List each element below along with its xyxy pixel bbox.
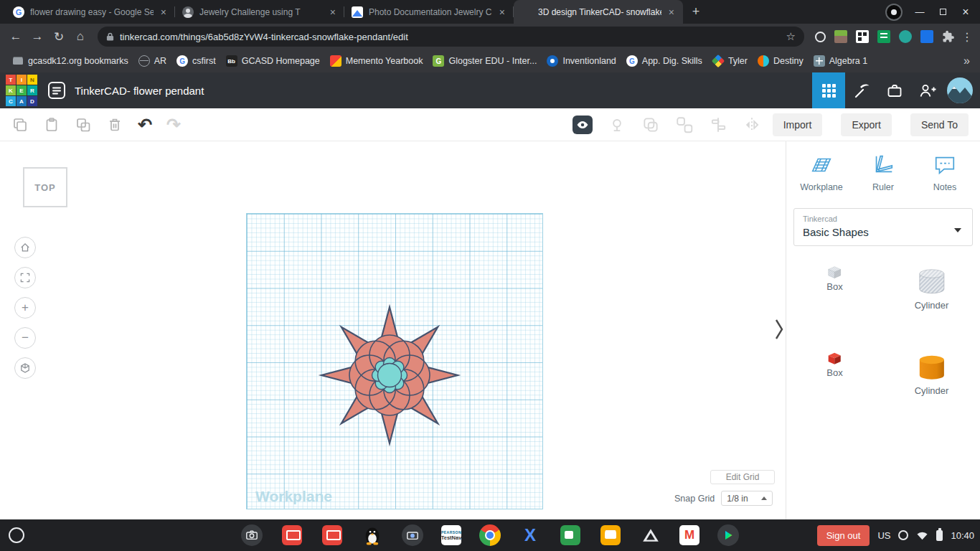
tool-workplane[interactable]: Workplane bbox=[791, 153, 852, 192]
tab-photo-documentation[interactable]: Photo Documentation Jewelry C × bbox=[344, 0, 514, 24]
perspective-button[interactable] bbox=[14, 357, 36, 379]
fit-view-button[interactable] bbox=[14, 267, 36, 288]
extensions-puzzle-icon[interactable] bbox=[942, 30, 955, 43]
bookmark-ar[interactable]: AR bbox=[133, 53, 171, 69]
x-app-icon[interactable]: X bbox=[519, 524, 542, 547]
shape-cylinder-striped[interactable]: Cylinder bbox=[915, 265, 949, 311]
wifi-icon[interactable] bbox=[916, 530, 928, 541]
bookmark-gcasd-homepage[interactable]: BbGCASD Homepage bbox=[221, 53, 325, 69]
profile-media-icon[interactable] bbox=[885, 4, 903, 21]
close-window-button[interactable]: × bbox=[960, 6, 971, 19]
red-app-icon-2[interactable] bbox=[321, 524, 344, 547]
extension-qr-icon[interactable] bbox=[856, 30, 869, 43]
back-button[interactable]: ← bbox=[6, 27, 26, 47]
red-app-icon-1[interactable] bbox=[281, 524, 303, 547]
shape-box-red[interactable]: Box bbox=[826, 351, 842, 397]
tinkercad-logo[interactable]: TIN KER CAD bbox=[6, 75, 37, 106]
bookmark-destiny[interactable]: Destiny bbox=[753, 53, 809, 69]
user-avatar[interactable] bbox=[947, 77, 973, 103]
mirror-icon[interactable] bbox=[743, 116, 761, 134]
keyboard-layout-label[interactable]: US bbox=[877, 530, 890, 541]
shape-library-dropdown[interactable]: Tinkercad Basic Shapes bbox=[793, 208, 973, 246]
send-to-button[interactable]: Send To bbox=[910, 113, 969, 136]
status-tray[interactable]: Sign out US 10:40 bbox=[817, 519, 974, 551]
camera-app-icon[interactable] bbox=[240, 524, 263, 547]
tab-tinkercad-active[interactable]: 3D design TinkerCAD- snowflake × bbox=[514, 0, 683, 24]
shape-cylinder-orange[interactable]: Cylinder bbox=[915, 351, 949, 397]
bookmark-tyler[interactable]: Tyler bbox=[707, 53, 753, 69]
tab-google-search[interactable]: G flower drawing easy - Google Se × bbox=[6, 0, 175, 24]
tab-jewelry-challenge[interactable]: Jewelry Challenge using T × bbox=[175, 0, 344, 24]
delete-icon[interactable] bbox=[106, 116, 123, 133]
battery-icon[interactable] bbox=[936, 530, 943, 541]
home-view-button[interactable] bbox=[14, 237, 36, 258]
bookmark-folder[interactable]: gcasdk12.org bookmarks bbox=[7, 53, 133, 69]
zoom-out-button[interactable]: − bbox=[14, 327, 36, 349]
testnav-app-icon[interactable]: PEARSON TestNav bbox=[441, 525, 461, 545]
ungroup-icon[interactable] bbox=[675, 116, 694, 134]
bookmark-memento-yearbook[interactable]: Memento Yearbook bbox=[325, 53, 428, 69]
pickaxe-button[interactable] bbox=[845, 72, 878, 108]
paste-icon[interactable] bbox=[43, 116, 60, 133]
tab-close-icon[interactable]: × bbox=[329, 6, 337, 18]
chrome-app-icon[interactable] bbox=[479, 524, 501, 547]
launcher-button[interactable] bbox=[9, 527, 24, 543]
extension-blue-icon[interactable] bbox=[920, 30, 933, 43]
play-store-app-icon[interactable] bbox=[717, 524, 740, 547]
flower-pendant-model[interactable] bbox=[307, 293, 472, 458]
files-app-icon[interactable] bbox=[599, 524, 622, 547]
undo-button[interactable]: ↶ bbox=[138, 116, 152, 133]
edit-grid-button[interactable]: Edit Grid bbox=[710, 470, 775, 484]
add-user-button[interactable] bbox=[911, 72, 944, 108]
copy-icon[interactable] bbox=[11, 116, 29, 133]
align-icon[interactable] bbox=[709, 116, 727, 134]
shape-box-striped[interactable]: Box bbox=[826, 265, 842, 311]
export-button[interactable]: Export bbox=[841, 113, 891, 136]
bookmark-star-icon[interactable]: ☆ bbox=[786, 30, 796, 43]
tool-notes[interactable]: Notes bbox=[914, 153, 976, 192]
apps-grid-button[interactable] bbox=[812, 72, 845, 108]
redo-button[interactable]: ↷ bbox=[166, 116, 181, 133]
extension-teal-icon[interactable] bbox=[899, 30, 912, 43]
minimize-button[interactable]: — bbox=[914, 6, 925, 17]
forward-button[interactable]: → bbox=[27, 27, 47, 47]
triangle-app-icon[interactable] bbox=[639, 524, 662, 547]
green-app-icon[interactable] bbox=[559, 524, 582, 547]
gmail-app-icon[interactable]: M bbox=[679, 525, 699, 545]
maximize-button[interactable] bbox=[937, 9, 948, 15]
extension-sheets-icon[interactable] bbox=[877, 30, 890, 43]
notification-ring-icon[interactable] bbox=[898, 530, 908, 540]
extension-minecraft-icon[interactable] bbox=[834, 30, 847, 43]
bookmark-csfirst[interactable]: Gcsfirst bbox=[171, 53, 221, 69]
tab-close-icon[interactable]: × bbox=[667, 6, 676, 18]
snap-grid-dropdown[interactable]: 1/8 in bbox=[721, 491, 773, 506]
browser-menu-icon[interactable]: ⋮ bbox=[960, 30, 974, 44]
sign-out-button[interactable]: Sign out bbox=[817, 525, 870, 546]
duplicate-icon[interactable] bbox=[75, 116, 92, 133]
group-icon[interactable] bbox=[641, 116, 660, 134]
view-cube[interactable]: TOP bbox=[23, 167, 67, 207]
bookmark-algebra[interactable]: Algebra 1 bbox=[809, 53, 873, 69]
tab-close-icon[interactable]: × bbox=[498, 6, 507, 18]
reload-button[interactable]: ↻ bbox=[49, 27, 69, 47]
bookmark-glogster[interactable]: GGlogster EDU - Inter... bbox=[428, 53, 542, 69]
screen-capture-app-icon[interactable] bbox=[401, 524, 424, 547]
zoom-in-button[interactable]: + bbox=[14, 297, 36, 319]
address-bar[interactable]: tinkercad.com/things/6ab5d8zYvW4-tinkerc… bbox=[98, 27, 804, 47]
home-button[interactable]: ⌂ bbox=[70, 27, 90, 47]
tab-close-icon[interactable]: × bbox=[159, 6, 168, 18]
clock-label[interactable]: 10:40 bbox=[951, 530, 974, 541]
notes-visibility-button[interactable] bbox=[573, 116, 593, 134]
design-list-icon[interactable] bbox=[47, 81, 66, 100]
show-all-icon[interactable] bbox=[608, 116, 626, 134]
extension-ring-icon[interactable] bbox=[815, 32, 826, 42]
3d-canvas[interactable]: TOP + − Workplane bbox=[0, 141, 786, 519]
bookmark-app-dig-skills[interactable]: GApp. Dig. Skills bbox=[621, 53, 707, 69]
collapse-panel-chevron[interactable] bbox=[774, 318, 784, 341]
briefcase-button[interactable] bbox=[878, 72, 911, 108]
url-text[interactable]: tinkercad.com/things/6ab5d8zYvW4-tinkerc… bbox=[120, 32, 781, 42]
tool-ruler[interactable]: Ruler bbox=[852, 153, 914, 192]
import-button[interactable]: Import bbox=[773, 113, 823, 136]
bookmarks-overflow-chevron[interactable]: » bbox=[961, 55, 973, 67]
bookmark-inventionland[interactable]: Inventionland bbox=[542, 53, 621, 69]
